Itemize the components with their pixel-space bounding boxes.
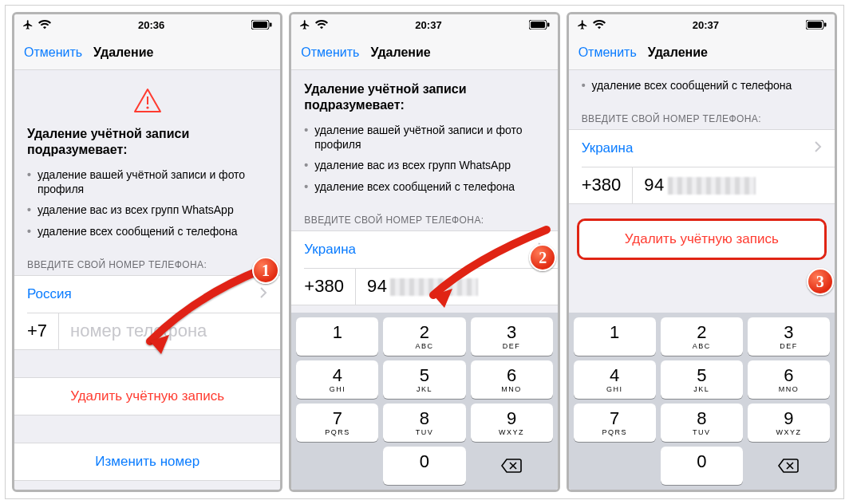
- backspace-icon: [777, 458, 800, 474]
- status-time: 20:37: [415, 19, 441, 31]
- change-number-button[interactable]: Изменить номер: [14, 443, 280, 480]
- nav-title: Удаление: [93, 45, 153, 60]
- list-item: удаление всех сообщений с телефона: [592, 78, 792, 93]
- chevron-right-icon: [259, 286, 267, 302]
- phone-number: 94: [356, 276, 478, 297]
- redacted-phone: [668, 177, 756, 195]
- backspace-icon: [500, 458, 523, 474]
- key-6[interactable]: 6MNO: [748, 360, 830, 399]
- country-name: Украина: [304, 242, 356, 258]
- country-select[interactable]: Украина: [291, 231, 557, 268]
- phone-placeholder: номер телефона: [59, 321, 207, 341]
- screen-body: Удаление учётной записи подразумевает: •…: [291, 70, 557, 490]
- key-7[interactable]: 7PQRS: [296, 404, 378, 442]
- phone-input-row[interactable]: +7 номер телефона: [14, 313, 280, 349]
- key-9[interactable]: 9WXYZ: [471, 404, 553, 442]
- key-3[interactable]: 3DEF: [471, 317, 553, 356]
- status-bar: 20:37: [291, 14, 557, 35]
- key-blank: [574, 447, 656, 485]
- key-7[interactable]: 7PQRS: [574, 404, 656, 442]
- status-time: 20:37: [693, 19, 719, 31]
- svg-rect-2: [270, 23, 272, 27]
- numeric-keypad: 1 2ABC 3DEF 4GHI 5JKL 6MNO 7PQRS 8TUV 9W…: [569, 313, 835, 490]
- consequences-list: •удаление вашей учётной записи и фото пр…: [304, 120, 544, 197]
- consequences-list: •удаление вашей учётной записи и фото пр…: [27, 164, 267, 242]
- phone-input-row[interactable]: +380 94: [291, 268, 557, 305]
- key-backspace[interactable]: [748, 447, 830, 485]
- key-0[interactable]: 0: [661, 447, 743, 485]
- key-5[interactable]: 5JKL: [383, 360, 465, 399]
- status-time: 20:36: [138, 19, 164, 31]
- wifi-icon: [593, 20, 606, 30]
- airplane-icon: [299, 19, 310, 30]
- svg-point-4: [146, 106, 148, 108]
- key-4[interactable]: 4GHI: [296, 360, 378, 399]
- key-backspace[interactable]: [471, 447, 553, 485]
- country-select[interactable]: Россия: [14, 276, 280, 313]
- key-6[interactable]: 6MNO: [471, 360, 553, 399]
- screen-body: •удаление всех сообщений с телефона ВВЕД…: [569, 70, 835, 490]
- numeric-keypad: 1 2ABC 3DEF 4GHI 5JKL 6MNO 7PQRS 8TUV 9W…: [291, 313, 557, 490]
- screen-body: Удаление учётной записи подразумевает: •…: [14, 70, 280, 490]
- status-bar: 20:37: [569, 14, 835, 35]
- list-item: удаление вашей учётной записи и фото про…: [314, 123, 544, 152]
- list-item: удаление вас из всех групп WhatsApp: [38, 203, 234, 217]
- chevron-right-icon: [814, 140, 822, 156]
- phone-input-row[interactable]: +380 94: [569, 167, 835, 203]
- key-1[interactable]: 1: [574, 317, 656, 356]
- country-name: Украина: [582, 140, 634, 156]
- airplane-icon: [22, 19, 34, 30]
- cancel-button[interactable]: Отменить: [301, 45, 359, 60]
- delete-heading: Удаление учётной записи подразумевает:: [27, 121, 267, 164]
- country-code: +7: [27, 313, 59, 349]
- nav-bar: Отменить Удаление: [14, 35, 280, 70]
- key-2[interactable]: 2ABC: [661, 317, 743, 356]
- airplane-icon: [577, 19, 588, 30]
- key-8[interactable]: 8TUV: [383, 404, 465, 442]
- tutorial-stage: 20:36 Отменить Удаление Удаление учётной…: [5, 5, 844, 499]
- list-item: удаление всех сообщений с телефона: [38, 224, 238, 238]
- phone-screen-2: 20:37 Отменить Удаление Удаление учётной…: [289, 12, 559, 492]
- consequences-list-partial: •удаление всех сообщений с телефона: [582, 75, 822, 96]
- country-name: Россия: [27, 286, 72, 302]
- country-code: +380: [304, 268, 356, 305]
- delete-account-button[interactable]: Удалить учётную запись: [579, 221, 824, 258]
- warning-icon: [133, 88, 162, 113]
- svg-rect-9: [808, 22, 822, 28]
- annotation-highlight-frame: Удалить учётную запись: [577, 219, 827, 260]
- country-select[interactable]: Украина: [569, 130, 835, 167]
- svg-rect-7: [547, 23, 550, 27]
- list-item: удаление вашей учётной записи и фото про…: [38, 167, 267, 196]
- wifi-icon: [315, 20, 328, 30]
- redacted-phone: [390, 278, 478, 296]
- phone-screen-1: 20:36 Отменить Удаление Удаление учётной…: [12, 12, 282, 492]
- nav-bar: Отменить Удаление: [569, 35, 835, 70]
- key-0[interactable]: 0: [383, 447, 465, 485]
- svg-rect-10: [824, 23, 827, 27]
- cancel-button[interactable]: Отменить: [579, 45, 637, 60]
- key-1[interactable]: 1: [296, 317, 378, 356]
- battery-icon: [529, 20, 550, 30]
- key-5[interactable]: 5JKL: [661, 360, 743, 399]
- cancel-button[interactable]: Отменить: [24, 45, 82, 60]
- key-2[interactable]: 2ABC: [383, 317, 465, 356]
- phone-screen-3: 20:37 Отменить Удаление •удаление всех с…: [567, 12, 837, 492]
- key-4[interactable]: 4GHI: [574, 360, 656, 399]
- phone-section-label: ВВЕДИТЕ СВОЙ НОМЕР ТЕЛЕФОНА:: [291, 200, 557, 230]
- key-8[interactable]: 8TUV: [661, 404, 743, 442]
- wifi-icon: [38, 20, 51, 30]
- country-code: +380: [582, 167, 634, 203]
- phone-section-label: ВВЕДИТЕ СВОЙ НОМЕР ТЕЛЕФОНА:: [569, 99, 835, 129]
- list-item: удаление всех сообщений с телефона: [314, 179, 515, 194]
- nav-title: Удаление: [648, 45, 708, 60]
- battery-icon: [806, 20, 827, 30]
- delete-account-button[interactable]: Удалить учётную запись: [14, 378, 280, 415]
- nav-bar: Отменить Удаление: [291, 35, 557, 70]
- key-3[interactable]: 3DEF: [748, 317, 830, 356]
- key-blank: [296, 447, 378, 485]
- key-9[interactable]: 9WXYZ: [748, 404, 830, 442]
- status-bar: 20:36: [14, 14, 280, 35]
- battery-icon: [251, 20, 272, 30]
- phone-number: 94: [633, 175, 755, 195]
- list-item: удаление вас из всех групп WhatsApp: [314, 158, 511, 172]
